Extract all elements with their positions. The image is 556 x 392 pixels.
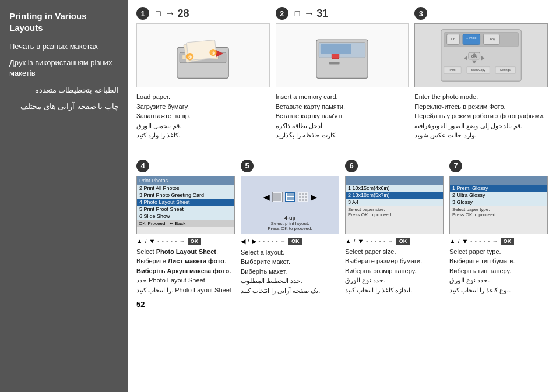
sidebar: Printing in Various Layouts Печать в раз… (0, 0, 128, 392)
step-6-header: 6 (345, 160, 444, 172)
svg-rect-17 (321, 44, 351, 54)
left-arrow-icon: ◀ (241, 238, 245, 245)
step-4-item-5: 6 Slide Show (137, 213, 234, 220)
ok-button-7: OK (501, 238, 515, 245)
step-2-header: 2 □ → 31 (276, 7, 409, 20)
step-7-down-icon: ▼ (462, 238, 468, 245)
step-6-nav: ▲ / ▼ - - - - - → OK (345, 238, 444, 245)
svg-text:On: On (451, 37, 456, 41)
step-4-item-2: 3 Print Photo Greeting Card (137, 192, 234, 199)
step-7-num: 7 (449, 160, 462, 172)
nav-dashes: - - - - - → (157, 238, 185, 244)
nav-dashes-5: - - - - - → (259, 238, 287, 244)
sidebar-item-uk: Друк із використанням різних макетів (9, 58, 119, 79)
svg-text:①: ① (188, 55, 192, 59)
sidebar-item-fa: چاپ با صفحه آرایی های مختلف (9, 101, 119, 112)
step-3-image: On ● Photo Copy OK/ (414, 23, 548, 87)
main-content: 1 □ → 28 (128, 0, 556, 392)
ok-button: OK (188, 238, 202, 245)
step-1-arrow: → (164, 8, 175, 20)
step-6-menu-header (346, 176, 443, 185)
step-7-item-1: 1 Prem. Glossy (450, 185, 547, 192)
svg-text:● Photo: ● Photo (466, 37, 476, 40)
bottom-row: 4 Print Photos 2 Print All Photos 3 Prin… (136, 160, 548, 296)
step-4-screen: Print Photos 2 Print All Photos 3 Print … (136, 176, 235, 234)
step-3-header: 3 (414, 7, 548, 20)
nav-dashes-6: - - - - - → (366, 238, 394, 244)
step-5-nav: ◀ / ▶ - - - - - → OK (241, 238, 339, 245)
step-7-text: Select paper type. Выберите тип бумаги. … (449, 247, 548, 295)
step-7-block: 7 1 Prem. Glossy 2 Ultra Glossy 3 Glossy… (449, 160, 548, 296)
svg-text:Scan/Copy: Scan/Copy (471, 69, 485, 72)
step-6-item-1: 1 10x15cm(4x6in) (346, 185, 443, 192)
step-2-block: 2 □ → 31 (276, 7, 409, 140)
step-3-block: 3 On ● Photo Copy (414, 7, 548, 140)
sidebar-title: Printing in Various Layouts (9, 10, 119, 33)
layout-icons: ◀ (244, 179, 336, 215)
step-2-num: 2 (276, 7, 288, 20)
step-1-header: 1 □ → 28 (136, 7, 270, 20)
step-2-image (276, 23, 409, 87)
step-4-item-1: 2 Print All Photos (137, 185, 234, 192)
step-5-text: Select a layout. Выберите макет. Виберіт… (241, 248, 339, 296)
down-arrow-icon: ▼ (149, 238, 155, 245)
step-2-text: Insert a memory card. Вставьте карту пам… (276, 92, 409, 140)
step-7-header: 7 (449, 160, 548, 172)
step-2-page: 31 (316, 8, 328, 20)
sidebar-item-ar: الطباعة بتخطيطات متعددة (9, 85, 119, 96)
step-5-header: 5 (241, 160, 339, 172)
ok-button-5: OK (288, 238, 302, 245)
layout-selected-label: 4-up (244, 215, 336, 221)
step-1-num: 1 (136, 7, 149, 20)
step-4-menu-title: Print Photos (137, 176, 234, 185)
step-5-screen: ◀ (241, 176, 339, 234)
step-4-header: 4 (136, 160, 235, 172)
step-6-text: Select paper size. Выберите размер бумаг… (345, 247, 444, 295)
right-arrow-icon: ▶ (252, 238, 256, 245)
layout-instruction: Select print layout.Press OK to proceed. (244, 221, 336, 231)
svg-text:Print: Print (450, 69, 456, 72)
step-4-num: 4 (136, 160, 149, 172)
step-7-item-2: 2 Ultra Glossy (450, 192, 547, 199)
step-6-item-3: 3 A4 (346, 199, 443, 206)
step-1-block: 1 □ → 28 (136, 7, 270, 140)
up-arrow-icon: ▲ (136, 238, 143, 245)
layout-4up (285, 192, 295, 202)
step-7-up-icon: ▲ (449, 238, 456, 245)
step-4-item-3: 4 Photo Layout Sheet (137, 199, 234, 206)
svg-text:Copy: Copy (488, 37, 495, 41)
svg-rect-12 (329, 62, 340, 64)
step-4-nav: ▲ / ▼ - - - - - → OK (136, 238, 235, 245)
layout-9up (298, 192, 308, 202)
step-6-num: 6 (345, 160, 358, 172)
step-2-arrow: → (304, 8, 314, 20)
step-6-up-icon: ▲ (345, 238, 351, 245)
step-6-block: 6 1 10x15cm(4x6in) 2 13x18cm(5x7in) 3 A4… (345, 160, 444, 296)
step-4-text: Select Photo Layout Sheet. Выберите Лист… (136, 247, 235, 295)
step-5-num: 5 (241, 160, 254, 172)
step-5-block: 5 ◀ (241, 160, 339, 296)
top-row: 1 □ → 28 (136, 7, 548, 150)
step-4-block: 4 Print Photos 2 Print All Photos 3 Prin… (136, 160, 235, 296)
page-number: 52 (136, 300, 548, 309)
step-7-menu-header (450, 176, 547, 185)
step-7-item-3: 3 Glossy (450, 199, 547, 206)
nav-dashes-7: - - - - - → (470, 238, 498, 244)
step-7-nav: ▲ / ▼ - - - - - → OK (449, 238, 548, 245)
step-6-item-2: 2 13x18cm(5x7in) (346, 192, 443, 199)
layout-1up (272, 192, 283, 202)
step-4-item-4: 5 Print Proof Sheet (137, 206, 234, 213)
step-1-image: ① ② (136, 23, 270, 87)
sidebar-item-ru: Печать в разных макетах (9, 41, 119, 52)
step-1-page: 28 (177, 8, 189, 20)
step-3-num: 3 (414, 7, 427, 20)
step-6-down-icon: ▼ (357, 238, 364, 245)
step-6-screen: 1 10x15cm(4x6in) 2 13x18cm(5x7in) 3 A4 S… (345, 176, 444, 234)
svg-text:②: ② (212, 51, 216, 55)
step-7-screen: 1 Prem. Glossy 2 Ultra Glossy 3 Glossy S… (449, 176, 548, 234)
step-1-text: Load paper. Загрузите бумагу. Завантажте… (136, 92, 270, 140)
svg-text:Settings: Settings (500, 69, 511, 72)
ok-button-6: OK (396, 238, 410, 245)
step-3-text: Enter the photo mode. Переключитесь в ре… (414, 92, 548, 140)
